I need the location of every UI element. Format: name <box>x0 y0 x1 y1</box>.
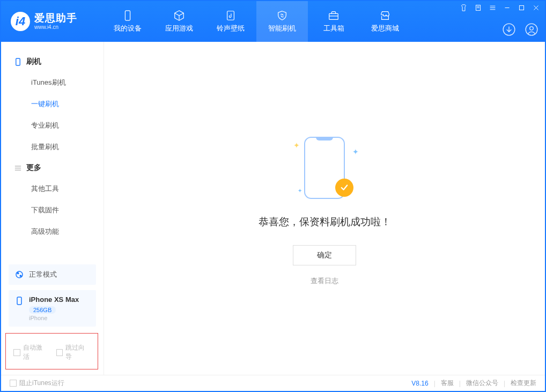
device-name: iPhone XS Max <box>29 295 79 304</box>
sparkle-icon: ✦ <box>298 188 302 194</box>
device-icon <box>122 10 134 21</box>
sidebar-item-download-firmware[interactable]: 下载固件 <box>1 199 104 221</box>
sidebar-item-itunes-flash[interactable]: iTunes刷机 <box>1 72 104 93</box>
ok-button[interactable]: 确定 <box>293 245 356 265</box>
logo[interactable]: i4 爱思助手 www.i4.cn <box>11 1 102 42</box>
tshirt-icon[interactable] <box>460 4 467 11</box>
svg-rect-1 <box>227 11 234 20</box>
version-label: V8.16 <box>411 380 428 387</box>
sparkle-icon: ✦ <box>293 141 300 150</box>
svg-rect-2 <box>329 13 338 19</box>
nav-label: 爱思商城 <box>371 24 399 33</box>
options-row: 自动激活 跳过向导 <box>5 333 98 369</box>
sidebar: 刷机 iTunes刷机 一键刷机 专业刷机 批量刷机 更多 其他工具 下载固件 … <box>1 42 104 375</box>
sidebar-item-oneclick-flash[interactable]: 一键刷机 <box>1 93 104 115</box>
checkbox-skip-guide[interactable]: 跳过向导 <box>56 343 91 361</box>
logo-icon: i4 <box>11 12 30 31</box>
svg-point-11 <box>20 275 22 277</box>
success-message: 恭喜您，保资料刷机成功啦！ <box>259 215 391 229</box>
sidebar-item-advanced[interactable]: 高级功能 <box>1 221 104 242</box>
sidebar-group-flash: 刷机 <box>1 51 104 72</box>
nav-label: 应用游戏 <box>165 24 193 33</box>
view-log-link[interactable]: 查看日志 <box>311 276 338 286</box>
nav-label: 我的设备 <box>114 24 142 33</box>
app-title: 爱思助手 <box>34 13 77 24</box>
footer-link-wechat[interactable]: 微信公众号 <box>466 379 498 388</box>
nav-smart-flash[interactable]: 智能刷机 <box>256 1 308 42</box>
close-icon[interactable] <box>533 4 540 11</box>
music-icon <box>225 10 237 21</box>
nav-store[interactable]: 爱思商城 <box>359 1 411 42</box>
nav-ringtone-wallpaper[interactable]: 铃声壁纸 <box>205 1 256 42</box>
mode-icon <box>15 270 24 279</box>
minimize-icon[interactable] <box>504 4 511 11</box>
svg-rect-7 <box>519 5 523 10</box>
store-icon <box>379 10 391 21</box>
download-icon[interactable] <box>502 23 516 36</box>
header: i4 爱思助手 www.i4.cn 我的设备 应用游戏 铃声壁纸 智能刷机 工具… <box>1 1 545 42</box>
sidebar-item-batch-flash[interactable]: 批量刷机 <box>1 136 104 158</box>
device-small-icon <box>15 297 24 305</box>
maximize-icon[interactable] <box>518 4 525 11</box>
device-capacity: 256GB <box>29 306 56 314</box>
main-content: ✦ ✦ ✦ 恭喜您，保资料刷机成功啦！ 确定 查看日志 <box>104 42 545 375</box>
app-subtitle: www.i4.cn <box>34 24 77 30</box>
svg-rect-8 <box>16 58 20 65</box>
checkbox-block-itunes[interactable]: 阻止iTunes运行 <box>10 379 64 388</box>
sidebar-item-other-tools[interactable]: 其他工具 <box>1 178 104 199</box>
nav-label: 铃声壁纸 <box>217 24 245 33</box>
svg-point-9 <box>16 271 23 278</box>
footer: 阻止iTunes运行 V8.16 | 客服 | 微信公众号 | 检查更新 <box>1 375 545 391</box>
user-icon[interactable] <box>525 23 538 36</box>
sidebar-group-more: 更多 <box>1 158 104 178</box>
nav-toolbox[interactable]: 工具箱 <box>308 1 359 42</box>
note-icon[interactable] <box>475 4 482 11</box>
window-controls <box>460 4 540 11</box>
footer-link-support[interactable]: 客服 <box>441 379 454 388</box>
nav-label: 工具箱 <box>323 24 344 33</box>
device-mode[interactable]: 正常模式 <box>9 264 96 285</box>
toolbox-icon <box>328 10 340 21</box>
svg-point-4 <box>526 24 537 35</box>
checkbox-auto-activate[interactable]: 自动激活 <box>13 343 48 361</box>
sidebar-item-pro-flash[interactable]: 专业刷机 <box>1 115 104 136</box>
mode-label: 正常模式 <box>29 270 57 279</box>
check-badge-icon <box>335 179 353 197</box>
svg-rect-12 <box>17 297 21 305</box>
footer-link-update[interactable]: 检查更新 <box>511 379 536 388</box>
svg-rect-0 <box>125 11 130 20</box>
cube-icon <box>173 10 185 21</box>
phone-icon <box>14 58 22 66</box>
success-illustration: ✦ ✦ ✦ <box>292 131 357 201</box>
menu-icon[interactable] <box>489 4 496 11</box>
nav-my-device[interactable]: 我的设备 <box>102 1 153 42</box>
sparkle-icon: ✦ <box>352 147 359 156</box>
nav-apps-games[interactable]: 应用游戏 <box>153 1 205 42</box>
nav-label: 智能刷机 <box>268 24 296 33</box>
svg-point-10 <box>17 272 19 275</box>
nav: 我的设备 应用游戏 铃声壁纸 智能刷机 工具箱 爱思商城 <box>102 1 411 42</box>
svg-point-5 <box>530 27 534 31</box>
menu-icon <box>14 164 22 172</box>
device-type: iPhone <box>29 315 79 321</box>
header-actions <box>502 23 538 36</box>
refresh-shield-icon <box>276 10 288 21</box>
device-card[interactable]: iPhone XS Max 256GB iPhone <box>9 290 96 327</box>
